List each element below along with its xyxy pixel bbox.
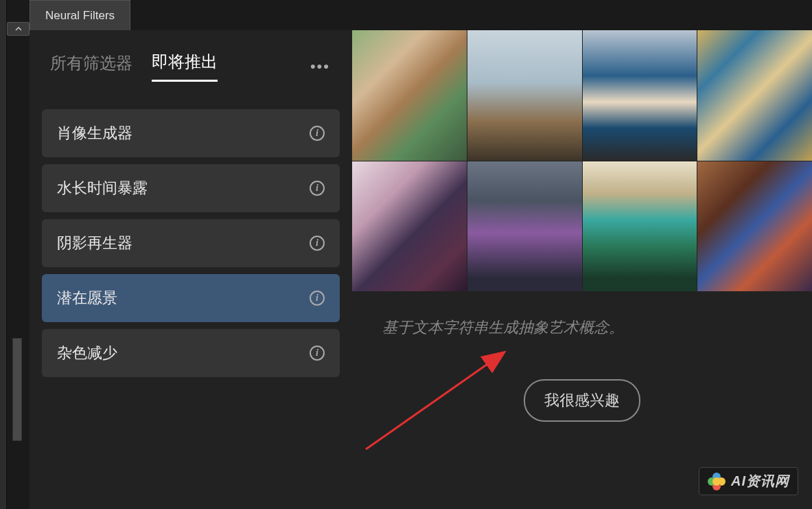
filter-item-label: 阴影再生器 [57,233,132,253]
annotation-arrow [359,319,524,456]
watermark-text: AI资讯网 [731,472,789,490]
preview-thumbnail [467,161,582,292]
preview-thumbnail [583,161,697,292]
subtab-coming-soon[interactable]: 即将推出 [152,51,218,82]
info-icon[interactable]: i [310,181,325,196]
filter-detail-pane: 基于文本字符串生成抽象艺术概念。 我很感兴趣 AI资讯网 [352,30,812,509]
tab-neural-filters[interactable]: Neural Filters [30,0,130,30]
preview-gallery [352,30,812,291]
preview-thumbnail [352,161,467,292]
left-scrollbar-segment[interactable] [12,338,22,441]
preview-thumbnail [352,30,467,161]
sidebar-subtabs: 所有筛选器 即将推出 ••• [42,51,340,82]
panel-collapse-toggle[interactable] [7,22,30,36]
preview-thumbnail [697,161,812,292]
chevron-up-icon [15,25,22,32]
filter-item-water-long-exposure[interactable]: 水长时间暴露 i [42,164,340,212]
preview-thumbnail [583,30,697,161]
preview-thumbnail [467,30,582,161]
info-icon[interactable]: i [310,291,325,306]
filter-item-shadow-regenerator[interactable]: 阴影再生器 i [42,219,340,267]
filter-list: 肖像生成器 i 水长时间暴露 i 阴影再生器 i 潜在愿景 i 杂色减少 i [42,109,340,377]
watermark-logo-icon [708,473,726,490]
filters-sidebar: 所有筛选器 即将推出 ••• 肖像生成器 i 水长时间暴露 i 阴影再生器 i … [30,30,352,509]
filter-item-label: 杂色减少 [57,343,117,363]
filter-item-label: 潜在愿景 [57,288,117,308]
watermark-badge: AI资讯网 [699,467,798,495]
info-icon[interactable]: i [310,236,325,251]
app-left-rail [0,0,7,509]
info-icon[interactable]: i [310,126,325,141]
preview-thumbnail [697,30,812,161]
subtab-all-filters[interactable]: 所有筛选器 [50,52,132,81]
info-icon[interactable]: i [310,346,325,361]
filter-item-label: 肖像生成器 [57,123,132,144]
filter-item-label: 水长时间暴露 [57,178,148,199]
svg-line-0 [366,353,503,449]
filter-item-noise-reduction[interactable]: 杂色减少 i [42,329,340,377]
more-options-icon[interactable]: ••• [310,58,330,76]
interested-button[interactable]: 我很感兴趣 [524,379,640,422]
filter-item-latent-vision[interactable]: 潜在愿景 i [42,274,340,322]
neural-filters-panel: 所有筛选器 即将推出 ••• 肖像生成器 i 水长时间暴露 i 阴影再生器 i … [30,30,812,509]
panel-tab-bar: Neural Filters [30,0,130,30]
filter-item-portrait-generator[interactable]: 肖像生成器 i [42,109,340,157]
filter-description: 基于文本字符串生成抽象艺术概念。 [382,317,812,338]
